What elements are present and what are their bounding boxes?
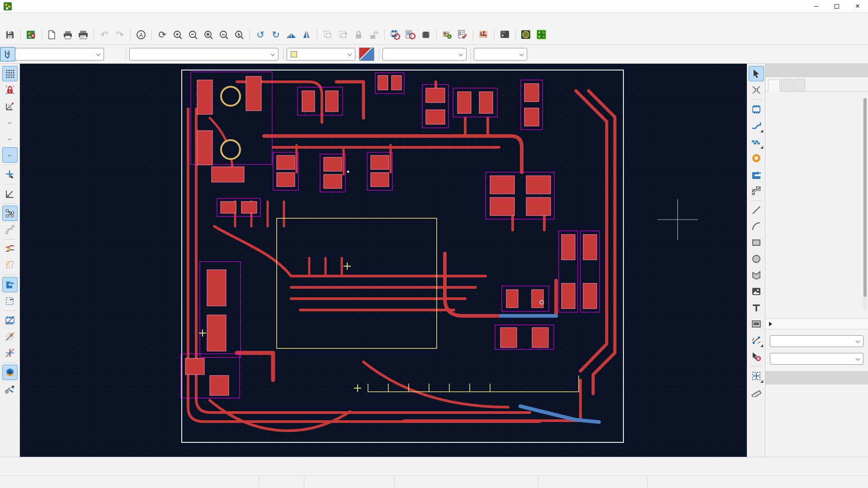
footprint-sketch-mode-button[interactable] <box>2 313 18 328</box>
zoom-in-button[interactable] <box>170 28 185 42</box>
zoom-to-objects-button[interactable] <box>217 28 231 42</box>
flip-horizontal-button[interactable] <box>284 28 298 42</box>
zone-outline-mode-button[interactable] <box>2 293 18 309</box>
layer-display-options[interactable] <box>765 319 868 329</box>
tab-layers[interactable] <box>768 80 780 92</box>
zone-filled-mode-button[interactable] <box>2 277 18 292</box>
save-button[interactable] <box>3 28 17 42</box>
undo-button[interactable]: ↶ <box>97 28 112 42</box>
close-button[interactable]: ✕ <box>847 0 868 13</box>
place-footprint-button[interactable] <box>749 102 764 117</box>
track-width-select[interactable] <box>3 48 104 61</box>
add-rule-area-button[interactable] <box>749 183 764 198</box>
graphics-sketch-mode-button[interactable] <box>2 345 18 361</box>
via-sketch-mode-button[interactable] <box>2 258 18 273</box>
inches-label: ↔ <box>7 120 13 125</box>
select-tool-button[interactable] <box>749 66 764 81</box>
delete-tool-button[interactable] <box>749 349 764 364</box>
curved-ratsnest-button[interactable] <box>2 222 18 237</box>
presets-select[interactable] <box>770 335 863 347</box>
viewports-select[interactable] <box>770 353 863 365</box>
flip-vertical-button[interactable] <box>299 28 314 42</box>
draw-arc-button[interactable] <box>749 219 764 234</box>
menu-help[interactable] <box>83 18 92 20</box>
menu-edit[interactable] <box>14 18 23 20</box>
unlock-button[interactable] <box>367 28 381 42</box>
update-pcb-button[interactable] <box>440 28 454 42</box>
zoom-out-button[interactable] <box>186 28 200 42</box>
board-setup-button[interactable] <box>24 28 38 42</box>
grid-size-select[interactable] <box>382 48 467 61</box>
units-mils-button[interactable]: ↔ <box>2 131 18 146</box>
cleanup-tracks-button[interactable] <box>476 28 491 42</box>
draw-circle-button[interactable] <box>749 251 764 267</box>
menu-route[interactable] <box>43 18 52 20</box>
right-toolbar <box>747 64 765 457</box>
find-button[interactable]: A <box>134 28 148 42</box>
zoom-to-selection-button[interactable] <box>232 28 246 42</box>
tune-length-button[interactable] <box>749 134 764 150</box>
layer-pair-indicator[interactable] <box>359 47 374 61</box>
active-layer-select[interactable] <box>287 48 355 61</box>
grid-origin-button[interactable] <box>749 368 764 384</box>
tab-objects[interactable] <box>781 79 793 91</box>
3d-viewer-button[interactable] <box>519 28 533 42</box>
properties-panel-button[interactable] <box>2 381 18 396</box>
zoom-select[interactable] <box>474 48 527 61</box>
footprint-editor-button[interactable] <box>388 28 402 42</box>
add-dimension-button[interactable] <box>749 333 764 348</box>
page-settings-button[interactable] <box>45 28 60 42</box>
menu-place[interactable] <box>33 18 42 20</box>
menu-preferences[interactable] <box>73 18 82 20</box>
track-sketch-mode-button[interactable] <box>2 241 18 257</box>
highlight-net-button[interactable] <box>749 82 764 98</box>
menu-view[interactable] <box>24 18 33 20</box>
rotate-cw-button[interactable]: ↻ <box>269 28 283 42</box>
draw-line-button[interactable] <box>749 202 764 218</box>
pcb-canvas[interactable] <box>20 64 747 457</box>
add-text-button[interactable] <box>749 300 764 315</box>
scripting-console-button[interactable] <box>498 28 512 42</box>
minimize-button[interactable]: ─ <box>806 0 826 13</box>
footprint-browser-button[interactable] <box>403 28 418 42</box>
ungroup-button[interactable] <box>336 28 350 42</box>
layers-scrollbar[interactable] <box>863 98 867 310</box>
menu-file[interactable] <box>4 18 13 20</box>
units-inches-button[interactable]: ↔ <box>2 115 18 130</box>
group-button[interactable] <box>321 28 335 42</box>
pad-sketch-mode-button[interactable] <box>2 329 18 344</box>
rotate-ccw-button[interactable]: ↺ <box>253 28 268 42</box>
lock-button[interactable] <box>351 28 366 42</box>
scrollbar-thumb[interactable] <box>863 98 867 297</box>
menu-inspect[interactable] <box>53 18 62 20</box>
draw-rectangle-button[interactable] <box>749 235 764 250</box>
auto-track-width-button[interactable] <box>0 47 15 61</box>
tab-nets[interactable] <box>793 79 805 91</box>
draw-polygon-button[interactable] <box>749 267 764 283</box>
refresh-view-button[interactable]: ⟳ <box>155 28 170 42</box>
units-mm-button[interactable]: ↔ <box>2 147 18 163</box>
measure-tool-button[interactable] <box>749 385 764 400</box>
inactive-layer-display-button[interactable] <box>2 365 18 380</box>
add-textbox-button[interactable] <box>749 316 764 332</box>
maximize-button[interactable] <box>826 0 847 13</box>
show-ratsnest-button[interactable] <box>2 206 18 221</box>
add-image-button[interactable] <box>749 284 764 299</box>
print-button[interactable] <box>61 28 75 42</box>
via-size-select[interactable] <box>129 48 278 61</box>
menu-tools[interactable] <box>63 18 72 20</box>
toggle-grid-button[interactable] <box>2 66 18 81</box>
redo-button[interactable]: ↷ <box>113 28 127 42</box>
crosshair-cursor-button[interactable] <box>2 167 18 182</box>
plot-button[interactable] <box>76 28 90 42</box>
drc-button[interactable] <box>455 28 470 42</box>
footprint-properties-button[interactable] <box>419 28 433 42</box>
polar-coordinates-button[interactable]: rθ <box>2 99 18 114</box>
route-tracks-button[interactable] <box>749 118 764 133</box>
place-via-button[interactable] <box>749 150 764 166</box>
footprint-swap-button[interactable]: FB <box>534 28 549 42</box>
toggle-grid-overrides-button[interactable] <box>2 82 18 98</box>
zoom-fit-button[interactable] <box>201 28 216 42</box>
add-filled-zone-button[interactable] <box>749 167 764 182</box>
limit-45-degrees-button[interactable] <box>2 186 18 202</box>
